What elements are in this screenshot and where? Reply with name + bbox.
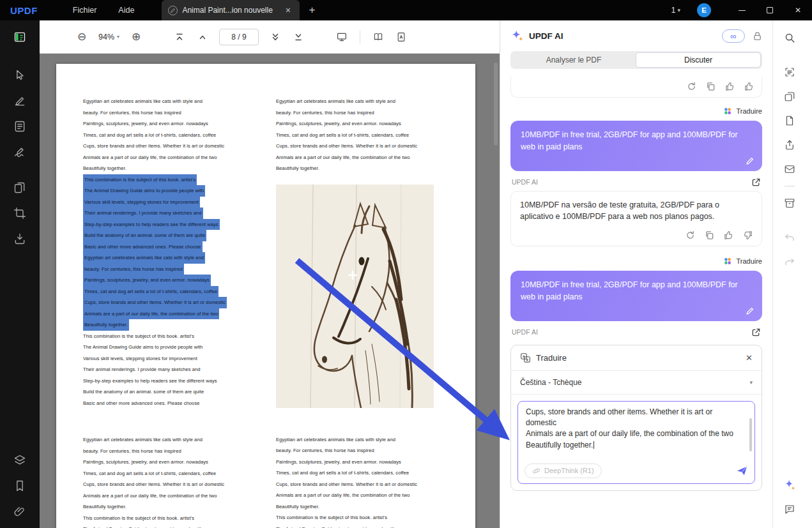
maximize-button[interactable] <box>756 0 784 20</box>
vertical-scrollbar[interactable] <box>494 63 498 146</box>
thumbs-up-icon[interactable] <box>724 230 733 240</box>
input-scrollbar[interactable] <box>749 418 752 451</box>
user-avatar[interactable]: E <box>697 3 711 17</box>
redo-button[interactable] <box>778 250 801 273</box>
horse-sketch-image <box>276 185 434 408</box>
text-line: beauty. For centuries, this horse has in… <box>276 107 448 119</box>
thumbs-down-icon[interactable] <box>743 230 753 240</box>
ocr-button[interactable] <box>778 61 801 84</box>
edit-message-icon[interactable] <box>746 306 755 315</box>
translate-input[interactable]: Cups, store brands and other items. Whet… <box>517 401 755 484</box>
presentation-button[interactable] <box>333 28 351 46</box>
edit-message-icon[interactable] <box>746 156 755 165</box>
previous-page-button[interactable] <box>194 28 211 46</box>
tab-analyser-le-pdf[interactable]: Analyser le PDF <box>512 52 636 68</box>
zoom-level: 94% <box>98 33 114 41</box>
zoom-in-button[interactable]: ⊕ <box>127 28 145 46</box>
text-line: Paintings, sculptures, jewelry, and even… <box>276 456 448 468</box>
undo-button[interactable] <box>778 226 801 249</box>
document-info-button[interactable] <box>778 109 801 132</box>
assistant-message-bubble <box>510 77 762 98</box>
document-area[interactable]: Egyptian art celebrates animals like cat… <box>40 54 500 528</box>
page-column-right: Egyptian art celebrates animals like cat… <box>276 96 448 528</box>
paragraph: This combination is the subject of this … <box>83 513 256 528</box>
menu-aide[interactable]: Aide <box>107 0 145 20</box>
regenerate-icon[interactable] <box>686 230 695 240</box>
send-button[interactable] <box>736 465 748 477</box>
text-line: The Animal Drawing Guide aims to provide… <box>83 342 256 353</box>
left-toolbar <box>0 20 40 528</box>
last-page-button[interactable] <box>289 28 307 46</box>
menu-fichier[interactable]: Fichier <box>62 0 108 20</box>
translate-tag-label: Traduire <box>736 257 762 265</box>
translate-pdf-button[interactable] <box>392 28 410 46</box>
text-line: Step-by-step examples to help readers se… <box>83 219 220 230</box>
crop-pages-button[interactable] <box>8 201 32 225</box>
view-toolbar: ⊖ 94% ▾ ⊕ 8 / 9 <box>40 20 500 54</box>
regenerate-icon[interactable] <box>687 82 696 91</box>
translate-panel: Traduire ✕ Čeština - Tchèque ▾ Cups, sto… <box>510 345 762 491</box>
page-layout-button[interactable] <box>369 28 387 46</box>
text-line: Egyptian art celebrates animals like cat… <box>83 96 256 107</box>
thumbs-up-icon[interactable] <box>725 82 735 91</box>
selected-text-block[interactable]: This combination is the subject of this … <box>83 174 256 331</box>
updf-ai-sparkle-icon <box>510 29 524 43</box>
next-page-button[interactable] <box>266 28 284 46</box>
sticky-note-button[interactable] <box>778 498 801 521</box>
unlimited-toggle[interactable]: ∞ <box>722 29 745 43</box>
search-button[interactable] <box>778 26 801 49</box>
text-line: Step-by-step examples to help readers se… <box>83 375 256 387</box>
fill-sign-button[interactable] <box>8 140 32 164</box>
user-message-text: 10MB/PDF in free trial, 2GB/PDF for app … <box>521 280 738 301</box>
share-button[interactable] <box>778 133 801 156</box>
updf-ai-sidebar-button[interactable] <box>778 474 801 497</box>
zoom-level-dropdown[interactable]: 94% ▾ <box>96 33 122 41</box>
paragraph: Egyptian art celebrates animals like cat… <box>83 434 256 513</box>
text-line: Cups, store brands and other items. Whet… <box>83 479 256 490</box>
open-in-new-icon[interactable] <box>751 328 761 337</box>
paragraph: Egyptian art celebrates animals like cat… <box>83 252 256 331</box>
close-icon[interactable]: ✕ <box>746 353 753 363</box>
tab-discuter[interactable]: Discuter <box>636 52 761 68</box>
copy-icon[interactable] <box>705 230 714 240</box>
minimize-button[interactable] <box>728 0 756 20</box>
layers-button[interactable] <box>8 448 32 472</box>
archive-button[interactable] <box>778 192 801 215</box>
text-line: Their animal renderings. I provide many … <box>83 364 256 375</box>
attachment-button[interactable] <box>8 499 32 524</box>
text-line: Animals are a part of our daily life, th… <box>83 308 219 320</box>
new-tab-button[interactable]: + <box>300 4 324 17</box>
text-line: beauty. For centuries, this horse has in… <box>83 446 256 457</box>
open-in-new-icon[interactable] <box>751 177 761 187</box>
compress-button[interactable] <box>778 85 801 108</box>
text-line: Egyptian art celebrates animals like cat… <box>276 434 448 446</box>
text-line: Paintings, sculptures, jewelry, and even… <box>83 275 211 286</box>
comment-tool-button[interactable] <box>8 89 32 113</box>
export-pdf-button[interactable] <box>8 227 32 251</box>
deepthink-toggle[interactable]: DeepThink (R1) <box>525 464 602 478</box>
reader-mode-button[interactable] <box>8 25 32 49</box>
text-line: Cups, store brands and other items. Whet… <box>276 479 448 490</box>
toolbar-divider <box>360 31 360 43</box>
window-count-dropdown[interactable]: 1 ▾ <box>671 6 680 15</box>
lock-icon[interactable] <box>753 31 762 41</box>
email-button[interactable] <box>778 158 801 181</box>
page-indicator[interactable]: 8 / 9 <box>219 29 259 45</box>
zoom-out-button[interactable]: ⊖ <box>73 28 91 46</box>
thumbs-down-icon[interactable] <box>744 82 754 91</box>
text-line: The Animal Drawing Guide aims to provide… <box>83 185 205 197</box>
close-window-button[interactable]: ✕ <box>784 0 812 20</box>
edit-pdf-button[interactable] <box>8 114 32 139</box>
copy-icon[interactable] <box>706 82 716 91</box>
select-tool-button[interactable] <box>8 63 32 87</box>
pdf-page: Egyptian art celebrates animals like cat… <box>56 64 475 528</box>
page-column-left: Egyptian art celebrates animals like cat… <box>83 96 256 528</box>
first-page-button[interactable] <box>171 28 188 46</box>
target-language-select[interactable]: Čeština - Tchèque ▾ <box>511 371 762 395</box>
text-line: This combination is the subject of this … <box>83 174 197 186</box>
bookmark-button[interactable] <box>8 474 32 498</box>
text-line: Animals are a part of our daily life, th… <box>526 428 744 439</box>
tab-close-icon[interactable]: ✕ <box>282 5 293 16</box>
document-tab[interactable]: Animal Paint...ion nouvelle ✕ <box>162 0 300 20</box>
organize-pages-button[interactable] <box>8 176 32 200</box>
